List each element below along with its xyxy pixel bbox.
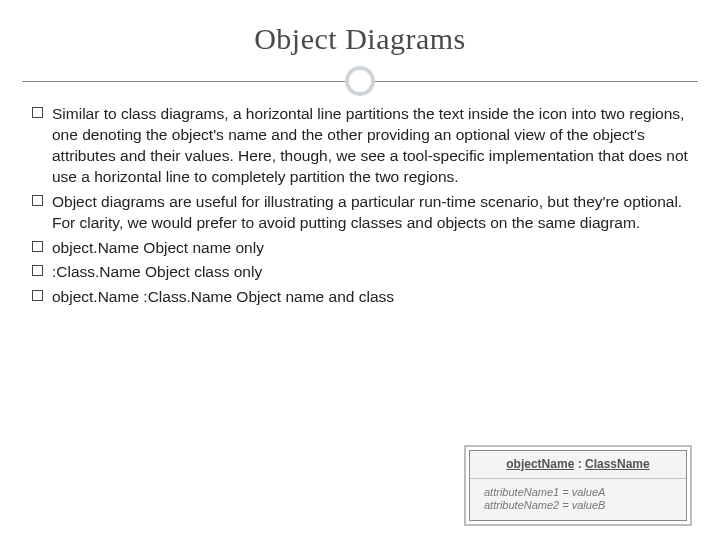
checkbox-icon xyxy=(32,265,43,276)
attribute-row: attributeName1 = valueA xyxy=(484,486,678,498)
object-node: objectName : ClassName attributeName1 = … xyxy=(469,450,687,521)
checkbox-icon xyxy=(32,195,43,206)
object-name: objectName xyxy=(506,457,574,471)
bullet-text: :Class.Name Object class only xyxy=(52,263,262,280)
content-area: Similar to class diagrams, a horizontal … xyxy=(0,104,720,312)
bullet-text: object.Name Object name only xyxy=(52,239,264,256)
divider xyxy=(0,64,720,98)
object-header: objectName : ClassName xyxy=(470,451,686,478)
object-diagram-figure: objectName : ClassName attributeName1 = … xyxy=(464,445,692,526)
object-sep: : xyxy=(574,457,585,471)
list-item: object.Name :Class.Name Object name and … xyxy=(32,287,688,308)
list-item: :Class.Name Object class only xyxy=(32,262,688,283)
list-item: object.Name Object name only xyxy=(32,238,688,259)
slide: Object Diagrams Similar to class diagram… xyxy=(0,0,720,540)
object-class: ClassName xyxy=(585,457,650,471)
bullet-text: object.Name :Class.Name Object name and … xyxy=(52,288,394,305)
page-title: Object Diagrams xyxy=(0,22,720,56)
bullet-text: Similar to class diagrams, a horizontal … xyxy=(52,105,688,185)
attribute-row: attributeName2 = valueB xyxy=(484,499,678,511)
title-area: Object Diagrams xyxy=(0,0,720,62)
checkbox-icon xyxy=(32,290,43,301)
bullet-text: Object diagrams are useful for illustrat… xyxy=(52,193,682,231)
list-item: Similar to class diagrams, a horizontal … xyxy=(32,104,688,188)
checkbox-icon xyxy=(32,107,43,118)
checkbox-icon xyxy=(32,241,43,252)
circle-ornament-icon xyxy=(345,66,375,96)
object-attributes: attributeName1 = valueA attributeName2 =… xyxy=(470,478,686,520)
list-item: Object diagrams are useful for illustrat… xyxy=(32,192,688,234)
